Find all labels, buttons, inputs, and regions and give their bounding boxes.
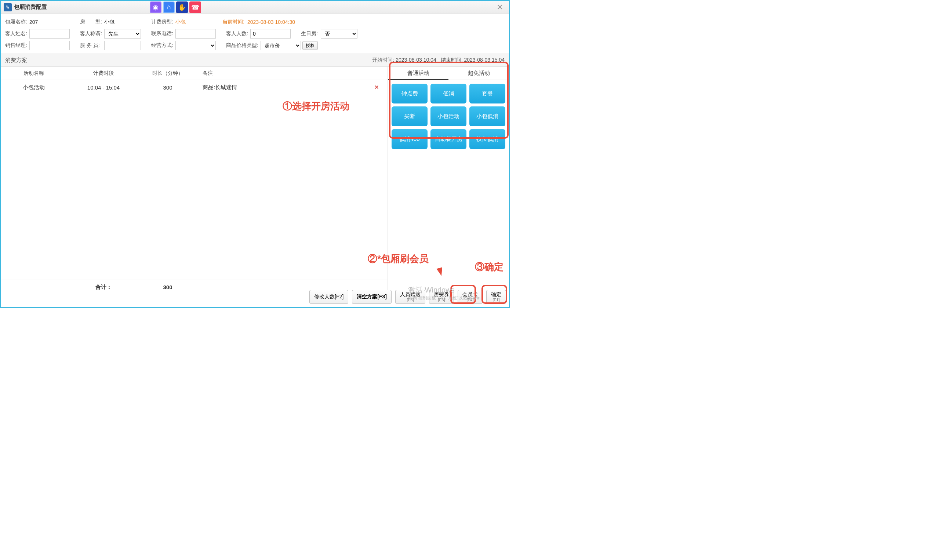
hdr-period: 计费时段 xyxy=(67,70,140,77)
room-type-label: 房 型: xyxy=(80,19,103,25)
activity-button-3[interactable]: 买断 xyxy=(392,106,427,126)
activity-button-0[interactable]: 钟点费 xyxy=(392,83,427,103)
sales-mgr-input[interactable] xyxy=(29,41,70,50)
cell-remark: 商品:长城迷情 xyxy=(195,84,313,91)
biz-mode-select[interactable] xyxy=(175,41,216,50)
waiter-input[interactable] xyxy=(104,41,141,50)
delete-row-icon[interactable]: ✕ xyxy=(374,84,379,90)
hdr-remark: 备注 xyxy=(195,70,313,77)
end-time-label: 结束时间: xyxy=(441,57,463,63)
current-time-label: 当前时间: xyxy=(222,19,246,25)
clear-plan-button[interactable]: 清空方案[F3] xyxy=(352,290,392,304)
hdr-activity-name: 活动名称 xyxy=(1,70,67,77)
activity-button-6[interactable]: 低消400 xyxy=(392,129,427,149)
confirm-button[interactable]: 确定[F1] xyxy=(486,290,506,304)
price-type-label: 商品价格类型: xyxy=(226,42,259,49)
cell-activity-name: 小包活动 xyxy=(1,84,67,91)
guest-name-label: 客人姓名: xyxy=(5,30,28,37)
activity-button-5[interactable]: 小包低消 xyxy=(470,106,505,126)
hdr-duration: 时长（分钟） xyxy=(140,70,195,77)
cell-duration: 300 xyxy=(140,84,195,91)
member-card-button[interactable]: 会员卡[F4] xyxy=(457,290,483,304)
room-type-value: 小包 xyxy=(104,19,141,25)
start-time-label: 开始时间: xyxy=(372,57,394,63)
billing-type-label: 计费房型: xyxy=(151,19,174,25)
window-title: 包厢消费配置 xyxy=(14,4,47,11)
activity-button-2[interactable]: 套餐 xyxy=(470,83,505,103)
guest-title-label: 客人称谓: xyxy=(80,30,103,37)
biz-mode-label: 经营方式: xyxy=(151,42,174,49)
room-name-value: 207 xyxy=(29,19,70,25)
activity-button-7[interactable]: 自助餐开房 xyxy=(430,129,467,149)
waiter-label: 服 务 员: xyxy=(80,42,103,49)
modify-count-button[interactable]: 修改人数[F2] xyxy=(309,290,348,304)
app-icon: ✎ xyxy=(4,3,12,11)
tab-super-activity[interactable]: 超免活动 xyxy=(448,67,509,80)
activity-button-4[interactable]: 小包活动 xyxy=(430,106,467,126)
price-type-select[interactable]: 超市价 xyxy=(261,41,301,50)
tool-icon-home[interactable]: ⌂ xyxy=(163,2,175,13)
end-time-value: 2023-08-03 15:04 xyxy=(464,57,505,63)
guest-name-input[interactable] xyxy=(29,29,70,38)
tool-icon-spiral[interactable]: ◉ xyxy=(150,2,161,13)
activity-button-8[interactable]: 按位低消 xyxy=(470,129,505,149)
room-coupon-button[interactable]: 房费券[F6] xyxy=(429,290,454,304)
staff-gift-button[interactable]: 人员赠送[F5] xyxy=(395,290,426,304)
tool-icon-support[interactable]: ☎ xyxy=(189,2,201,13)
titlebar: ✎ 包厢消费配置 ◉ ⌂ ✋ ☎ ✕ xyxy=(1,1,509,14)
section-bar: 消费方案 开始时间: 2023-08-03 10:04 结束时间: 2023-0… xyxy=(1,53,509,67)
start-time-value: 2023-08-03 10:04 xyxy=(396,57,436,63)
guest-title-select[interactable]: 先生 xyxy=(104,29,141,38)
cell-period: 10:04 - 15:04 xyxy=(67,84,140,91)
birthday-label: 生日房: xyxy=(301,30,319,37)
plan-table: 活动名称 计费时段 时长（分钟） 备注 小包活动 10:04 - 15:04 3… xyxy=(1,67,388,294)
activity-button-1[interactable]: 低消 xyxy=(430,83,467,103)
guest-count-label: 客人人数: xyxy=(226,30,249,37)
billing-type-value: 小包 xyxy=(175,19,212,25)
close-icon[interactable]: ✕ xyxy=(494,3,506,12)
guest-count-input[interactable] xyxy=(250,29,291,38)
phone-input[interactable] xyxy=(175,29,216,38)
birthday-select[interactable]: 否 xyxy=(321,29,357,38)
sales-mgr-label: 销售经理: xyxy=(5,42,28,49)
section-title: 消费方案 xyxy=(5,57,27,64)
phone-label: 联系电话: xyxy=(151,30,174,37)
room-name-label: 包厢名称: xyxy=(5,19,28,25)
auth-button[interactable]: 授权 xyxy=(302,41,318,50)
tab-normal-activity[interactable]: 普通活动 xyxy=(388,67,448,80)
form-area: 包厢名称: 207 房 型: 小包 计费房型: 小包 当前时间: 2023-08… xyxy=(1,14,509,53)
tool-icon-hand[interactable]: ✋ xyxy=(176,2,188,13)
activity-panel: 普通活动 超免活动 钟点费低消套餐买断小包活动小包低消低消400自助餐开房按位低… xyxy=(388,67,509,294)
table-row[interactable]: 小包活动 10:04 - 15:04 300 商品:长城迷情 ✕ xyxy=(1,80,388,95)
current-time-value: 2023-08-03 10:04:30 xyxy=(247,19,295,25)
footer-bar: 修改人数[F2] 清空方案[F3] 人员赠送[F5] 房费券[F6] 会员卡[F… xyxy=(4,289,506,305)
